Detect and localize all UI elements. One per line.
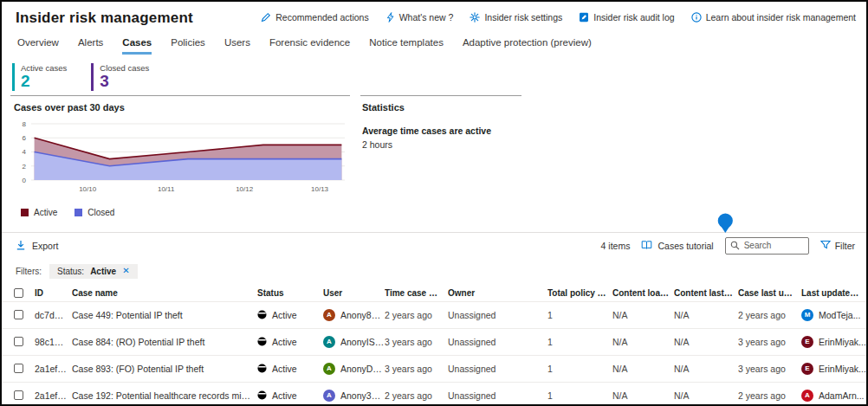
row-checkbox[interactable] — [14, 364, 23, 373]
cell-content-last-updated: N/A — [674, 390, 738, 401]
column-header-status[interactable]: Status — [257, 288, 323, 298]
column-header-total-policy-alerts[interactable]: Total policy alerts — [547, 288, 612, 298]
last-updated-by-avatar: M — [801, 309, 813, 321]
header-link-recommended-actions[interactable]: Recommended actions — [261, 12, 368, 23]
legend-swatch — [74, 209, 82, 216]
user-avatar: A — [323, 363, 335, 375]
filters-label: Filters: — [16, 267, 42, 276]
cell-case-last-updated: 2 years ago — [738, 390, 801, 401]
tab-users[interactable]: Users — [224, 37, 250, 55]
cell-content-last-updated: N/A — [674, 310, 738, 320]
cell-content-load-progress: N/A — [612, 310, 674, 320]
table-row[interactable]: 98c1eaf4 Case 884: (RO) Potential IP the… — [2, 329, 866, 356]
export-button[interactable]: Export — [16, 240, 58, 252]
svg-text:10/10: 10/10 — [79, 185, 97, 193]
page-header: Insider risk management Recommended acti… — [2, 2, 866, 27]
legend-label: Active — [34, 208, 57, 217]
svg-text:2: 2 — [23, 162, 27, 170]
cell-total-policy-alerts: 1 — [547, 337, 612, 347]
svg-text:10/12: 10/12 — [236, 185, 254, 193]
tab-overview[interactable]: Overview — [17, 37, 59, 55]
cell-case-last-updated: 3 years ago — [738, 364, 801, 374]
row-checkbox[interactable] — [14, 337, 23, 346]
svg-text:0: 0 — [23, 177, 27, 184]
lightning-icon — [385, 12, 395, 23]
tab-notice-templates[interactable]: Notice templates — [369, 37, 444, 55]
legend-item-closed: Closed — [74, 208, 114, 217]
table-row[interactable]: 2a1ef0f9 Case 192: Potential healthcare … — [2, 383, 866, 406]
search-icon — [730, 238, 740, 254]
user-avatar: A — [323, 390, 335, 402]
cell-content-last-updated: N/A — [674, 337, 738, 347]
tab-cases[interactable]: Cases — [122, 37, 152, 55]
column-header-content-load-progress[interactable]: Content load progress — [612, 288, 674, 298]
select-all-checkbox[interactable] — [14, 288, 23, 298]
svg-text:10/13: 10/13 — [311, 185, 329, 193]
active-status-icon — [257, 390, 267, 400]
active-status-icon — [257, 337, 267, 346]
cell-case-name[interactable]: Case 192: Potential healthcare records m… — [72, 390, 257, 401]
cell-owner: Unassigned — [448, 364, 547, 374]
cell-last-updated-by: M ModTeja... — [801, 309, 866, 321]
column-header-time-case-opened[interactable]: Time case opened — [385, 288, 448, 298]
svg-text:6: 6 — [23, 134, 27, 142]
info-icon — [691, 12, 702, 23]
search-box[interactable] — [725, 237, 809, 255]
book-icon — [641, 240, 652, 252]
chip-close-icon[interactable]: ✕ — [122, 267, 129, 275]
column-header-user[interactable]: User — [323, 288, 385, 298]
cell-last-updated-by: E ErinMiyak... — [801, 336, 866, 348]
cell-case-name[interactable]: Case 884: (RO) Potential IP theft — [72, 337, 257, 347]
header-links: Recommended actions What's new ? Insider… — [261, 12, 856, 23]
header-link-insider-risk-settings[interactable]: Insider risk settings — [470, 12, 562, 23]
tab-forensic-evidence[interactable]: Forensic evidence — [269, 37, 350, 55]
filter-label: Filter — [835, 241, 855, 251]
column-header-case-last-updated[interactable]: Case last updated — [738, 288, 801, 298]
table-header-row: IDCase nameStatusUserTime case openedOwn… — [2, 286, 866, 302]
overview-section: Cases over past 30 days 0246810/1010/111… — [2, 96, 866, 217]
tab-policies[interactable]: Policies — [171, 37, 205, 55]
table-row[interactable]: 2a1ef0f9 Case 893: (FO) Potential IP the… — [2, 356, 866, 383]
cell-case-last-updated: 3 years ago — [738, 337, 801, 347]
cell-user: A AnonyDB4... — [323, 363, 385, 375]
tab-alerts[interactable]: Alerts — [78, 37, 103, 55]
user-avatar: A — [323, 309, 335, 321]
table-row[interactable]: dc7dab6c Case 449: Potential IP theft Ac… — [2, 302, 866, 329]
column-header-id[interactable]: ID — [35, 288, 72, 298]
last-updated-by-avatar: E — [801, 363, 813, 375]
legend-swatch — [21, 209, 29, 216]
page-title: Insider risk management — [16, 10, 193, 27]
row-checkbox[interactable] — [14, 390, 23, 400]
counter-value: 2 — [21, 73, 67, 91]
cases-tutorial-button[interactable]: Cases tutorial — [641, 240, 713, 252]
status-filter-chip[interactable]: Status: Active ✕ — [49, 264, 138, 279]
cell-status: Active — [257, 364, 323, 374]
svg-text:8: 8 — [23, 120, 27, 128]
cell-case-name[interactable]: Case 893: (FO) Potential IP theft — [72, 364, 257, 374]
cases-toolbar: Export 4 items Cases tutorial Filter — [2, 232, 866, 259]
column-header-last-updated-by[interactable]: Last updated by — [801, 288, 866, 298]
cell-content-load-progress: N/A — [612, 364, 674, 374]
counter-closed-cases[interactable]: Closed cases 3 — [91, 63, 149, 91]
counter-active-cases[interactable]: Active cases 2 — [12, 63, 67, 91]
cell-case-name[interactable]: Case 449: Potential IP theft — [72, 310, 257, 320]
legend-label: Closed — [87, 208, 114, 217]
svg-text:10/11: 10/11 — [158, 185, 175, 193]
header-link-what-s-new[interactable]: What's new ? — [385, 12, 454, 23]
cell-owner: Unassigned — [448, 310, 547, 320]
row-checkbox[interactable] — [14, 310, 23, 319]
cell-id: dc7dab6c — [35, 310, 72, 320]
active-status-icon — [257, 310, 267, 319]
last-updated-by-avatar: A — [801, 390, 813, 402]
tab-adaptive-protection-preview[interactable]: Adaptive protection (preview) — [463, 37, 592, 55]
chip-value: Active — [90, 267, 116, 276]
column-header-case-name[interactable]: Case name — [72, 288, 257, 298]
header-link-learn-about-insider-risk-management[interactable]: Learn about insider risk management — [691, 12, 856, 23]
header-link-insider-risk-audit-log[interactable]: Insider risk audit log — [579, 12, 674, 23]
filter-button[interactable]: Filter — [820, 240, 855, 252]
column-header-owner[interactable]: Owner — [448, 288, 547, 298]
cases-table: IDCase nameStatusUserTime case openedOwn… — [2, 286, 866, 406]
column-header-content-last-updated[interactable]: Content last updated — [674, 288, 738, 298]
search-input[interactable] — [744, 241, 804, 250]
cell-user: A Anony85K... — [323, 309, 385, 321]
